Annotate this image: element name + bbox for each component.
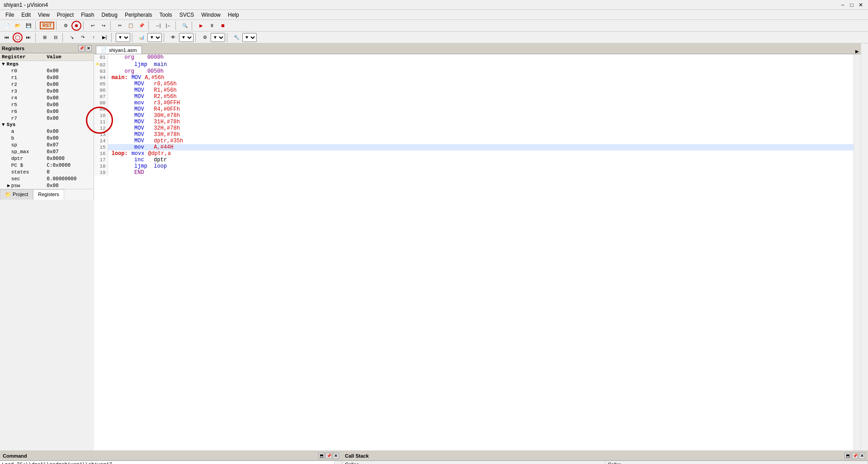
menu-view[interactable]: View — [34, 11, 53, 19]
main-vscroll[interactable] — [861, 43, 868, 450]
tab-registers[interactable]: Registers — [33, 189, 64, 200]
register-row[interactable]: ▶r00x00 — [0, 67, 94, 74]
tb2-tools2[interactable]: 🔧 — [231, 33, 241, 42]
register-row[interactable]: ▶sp0x07 — [0, 141, 94, 148]
tb2-btn3[interactable]: ⏭ — [24, 33, 33, 42]
menu-tools[interactable]: Tools — [156, 11, 176, 19]
register-row[interactable]: ▶sec0.00000000 — [0, 175, 94, 182]
cs-col-callee[interactable]: Callee — [342, 461, 605, 464]
tb-btn-3[interactable]: ⚙ — [61, 21, 71, 31]
window-controls[interactable]: − □ ✕ — [839, 1, 864, 9]
code-vscroll[interactable] — [854, 54, 861, 450]
code-content[interactable]: MOV 30H,#78h — [108, 112, 854, 119]
tb2-select-4[interactable]: ▼ — [211, 33, 225, 42]
tb2-step-in[interactable]: ↘ — [67, 33, 77, 42]
tab-project[interactable]: 📁 Project — [0, 189, 33, 200]
code-content[interactable]: MOV 33H,#78h — [108, 131, 854, 138]
tb-indent[interactable]: →| — [153, 21, 163, 31]
cmd-vscroll[interactable] — [335, 461, 342, 464]
register-row[interactable]: ▶r50x00 — [0, 101, 94, 108]
code-content[interactable]: mov r3,#0FFH — [108, 100, 854, 106]
tb-stop[interactable]: ⏹ — [218, 21, 228, 31]
code-content[interactable]: loop:movx@dptr,a — [108, 150, 854, 157]
register-row[interactable]: ▶sp_max0x07 — [0, 148, 94, 155]
register-row[interactable]: ▶b0x00 — [0, 135, 94, 141]
tb2-settings[interactable]: ⚙ — [200, 33, 210, 42]
menu-file[interactable]: File — [2, 11, 18, 19]
code-content[interactable]: MOV R4,#0FFh — [108, 106, 854, 112]
code-hscroll[interactable] — [94, 176, 854, 183]
reg-pin-button[interactable]: 📌 — [78, 45, 85, 52]
tb2-btn2[interactable]: ⬡ — [13, 33, 23, 42]
tb2-mem[interactable]: 📊 — [137, 33, 146, 42]
menu-debug[interactable]: Debug — [98, 11, 121, 19]
editor-tab-shiyan1[interactable]: 📄 shiyan1.asm — [96, 46, 142, 54]
tb-break[interactable]: ⏸ — [207, 21, 217, 31]
register-row[interactable]: ▶r10x00 — [0, 74, 94, 81]
register-row[interactable]: ▶dptr0x0000 — [0, 155, 94, 162]
rst-button[interactable]: RST — [40, 22, 54, 29]
save-button[interactable]: 💾 — [24, 21, 33, 31]
register-row[interactable]: ▶psw0x00 — [0, 182, 94, 189]
maximize-button[interactable]: □ — [848, 1, 855, 9]
cmd-close-button[interactable]: ✕ — [333, 453, 339, 459]
new-button[interactable]: 📄 — [2, 21, 12, 31]
code-content[interactable]: ljmp loop — [108, 163, 854, 169]
tb2-delete[interactable]: ⊟ — [51, 33, 61, 42]
menu-svcs[interactable]: SVCS — [176, 11, 198, 19]
tb-undo[interactable]: ↩ — [88, 21, 98, 31]
register-row[interactable]: ▶a0x00 — [0, 128, 94, 135]
code-content[interactable]: mov A,#44H — [108, 144, 854, 150]
code-content[interactable]: MOV dptr,#35h — [108, 138, 854, 144]
menu-window[interactable]: Window — [198, 11, 224, 19]
code-content[interactable]: org 0050h — [108, 68, 854, 75]
code-content[interactable]: MOV R1,#56h — [108, 87, 854, 94]
register-row[interactable]: ▶r30x00 — [0, 88, 94, 94]
tb-cut[interactable]: ✂ — [115, 21, 125, 31]
editor-scroll-right[interactable]: ▶ — [855, 49, 859, 54]
code-content[interactable]: ljmp main — [108, 61, 854, 68]
cs-float-button[interactable]: ⬒ — [844, 453, 851, 459]
menu-edit[interactable]: Edit — [18, 11, 34, 19]
tb2-btn1[interactable]: ⏮ — [2, 33, 12, 42]
menu-flash[interactable]: Flash — [77, 11, 98, 19]
code-content[interactable]: inc dptr — [108, 157, 854, 163]
register-row[interactable]: ▶PC $C:0x0000 — [0, 162, 94, 169]
menu-peripherals[interactable]: Peripherals — [121, 11, 156, 19]
code-content[interactable]: org 0000h — [108, 54, 854, 61]
open-button[interactable]: 📂 — [13, 21, 23, 31]
tb-copy[interactable]: 📋 — [126, 21, 136, 31]
tb2-step-over[interactable]: ↷ — [78, 33, 88, 42]
cmd-pin-button[interactable]: 📌 — [326, 453, 332, 459]
code-content[interactable]: main:MOVA,#56h — [108, 75, 854, 81]
register-row[interactable]: ▶r70x00 — [0, 115, 94, 122]
minimize-button[interactable]: − — [839, 1, 846, 9]
cs-col-caller[interactable]: Caller — [605, 461, 868, 464]
tb-btn-4[interactable]: ⏺ — [71, 21, 81, 31]
tb2-select-1[interactable]: ▼ — [116, 33, 130, 42]
tb2-step-out[interactable]: ↑ — [89, 33, 99, 42]
tb-outdent[interactable]: |← — [164, 21, 174, 31]
tb2-watch[interactable]: 👁 — [168, 33, 178, 42]
code-content[interactable]: END — [108, 169, 854, 176]
register-row[interactable]: ▶r60x00 — [0, 108, 94, 115]
tb2-run-cursor[interactable]: ▶| — [99, 33, 109, 42]
tb-search[interactable]: 🔍 — [180, 21, 190, 31]
tb2-insert[interactable]: ⊞ — [40, 33, 50, 42]
cs-pin-button[interactable]: 📌 — [852, 453, 858, 459]
code-content[interactable]: MOV R2,#56h — [108, 94, 854, 100]
tb2-select-2[interactable]: ▼ — [147, 33, 162, 42]
code-content[interactable]: MOV 31H,#78h — [108, 119, 854, 125]
code-content[interactable]: MOV 32H,#78h — [108, 125, 854, 131]
register-row[interactable]: ▶r20x00 — [0, 81, 94, 88]
tb-run[interactable]: ▶ — [196, 21, 206, 31]
tb2-select-3[interactable]: ▼ — [179, 33, 193, 42]
cs-close-button[interactable]: ✕ — [859, 453, 865, 459]
tb2-select-5[interactable]: ▼ — [242, 33, 257, 42]
register-row[interactable]: ▶states0 — [0, 169, 94, 175]
tb-redo[interactable]: ↪ — [99, 21, 108, 31]
register-row[interactable]: ▶r40x00 — [0, 94, 94, 101]
code-content[interactable]: MOV r0,#56h — [108, 81, 854, 87]
menu-help[interactable]: Help — [224, 11, 243, 19]
tb-paste[interactable]: 📌 — [137, 21, 146, 31]
